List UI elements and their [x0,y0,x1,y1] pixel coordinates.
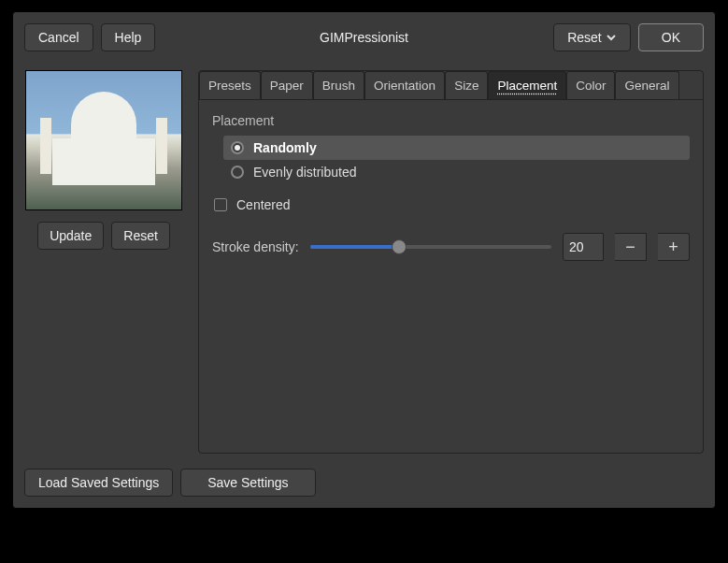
tab-color[interactable]: Color [566,71,615,99]
section-heading: Placement [212,113,690,128]
radio-evenly[interactable]: Evenly distributed [223,160,690,184]
help-button[interactable]: Help [101,23,156,51]
tab-orientation[interactable]: Orientation [364,71,445,99]
tab-paper[interactable]: Paper [261,71,313,99]
load-saved-settings-button[interactable]: Load Saved Settings [24,469,173,497]
tab-presets[interactable]: Presets [199,71,261,99]
cancel-button[interactable]: Cancel [24,23,93,51]
radio-randomly[interactable]: Randomly [223,136,690,160]
stroke-density-label: Stroke density: [212,239,299,254]
checkbox-centered-label: Centered [236,197,291,212]
tab-general[interactable]: General [615,71,678,99]
radio-evenly-label: Evenly distributed [253,165,357,180]
save-settings-button[interactable]: Save Settings [180,469,315,497]
tab-placement[interactable]: Placement [488,71,566,99]
radio-randomly-label: Randomly [253,140,317,155]
radio-icon [231,141,244,154]
gimpressionist-dialog: Cancel Help Reset OK GIMPressionist Upda… [12,11,716,509]
preview-reset-button[interactable]: Reset [111,222,170,250]
update-button[interactable]: Update [37,222,104,250]
increment-button[interactable]: + [658,233,690,261]
reset-dropdown-button[interactable]: Reset [553,23,631,51]
chevron-down-icon [606,32,617,43]
checkbox-centered[interactable]: Centered [214,197,690,212]
stroke-density-slider[interactable] [310,245,551,249]
reset-label: Reset [567,30,602,45]
dialog-title: GIMPressionist [320,30,408,45]
tab-size[interactable]: Size [445,71,488,99]
checkbox-icon [214,198,227,211]
radio-icon [231,166,244,179]
stroke-density-input[interactable] [563,233,604,261]
decrement-button[interactable]: − [615,233,647,261]
settings-panel: Presets Paper Brush Orientation Size Pla… [198,70,704,454]
ok-button[interactable]: OK [638,23,704,51]
tab-brush[interactable]: Brush [313,71,364,99]
preview-image [25,70,182,210]
